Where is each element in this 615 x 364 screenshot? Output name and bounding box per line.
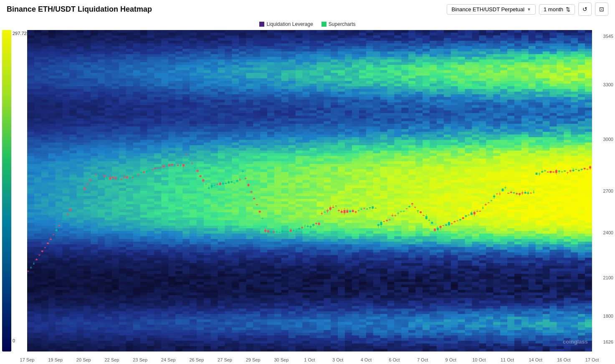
exchange-label: Binance ETH/USDT Perpetual bbox=[451, 6, 524, 13]
y-label-3300: 3300 bbox=[603, 82, 613, 87]
y-axis-right: 3545 3300 3000 2700 2400 2100 1800 1626 bbox=[592, 30, 615, 351]
x-label-6-Oct: 6 Oct bbox=[389, 357, 400, 362]
watermark: coinglass bbox=[563, 339, 588, 345]
x-label-22-Sep: 22 Sep bbox=[105, 357, 119, 362]
legend-bar: Liquidation Leverage Supercharts bbox=[0, 18, 615, 30]
x-label-17-Oct: 17 Oct bbox=[585, 357, 599, 362]
x-label-11-Oct: 11 Oct bbox=[501, 357, 514, 362]
x-label-26-Sep: 26 Sep bbox=[189, 357, 204, 362]
up-down-icon: ⇅ bbox=[566, 6, 570, 13]
x-label-19-Sep: 19 Sep bbox=[48, 357, 63, 362]
y-label-1626: 1626 bbox=[603, 339, 613, 344]
x-label-29-Sep: 29 Sep bbox=[246, 357, 261, 362]
x-label-4-Oct: 4 Oct bbox=[361, 357, 372, 362]
legend-supercharts-color bbox=[321, 22, 326, 27]
legend-supercharts-label: Supercharts bbox=[329, 21, 356, 27]
refresh-icon: ↺ bbox=[582, 6, 587, 13]
chart-area: 297.72M 0 coinglass 3545 3300 3000 2700 … bbox=[0, 30, 615, 351]
camera-button[interactable]: ⊡ bbox=[595, 3, 608, 16]
legend-liquidation-label: Liquidation Leverage bbox=[266, 21, 313, 27]
heatmap-canvas bbox=[27, 30, 592, 351]
x-axis: 17 Sep19 Sep20 Sep22 Sep23 Sep24 Sep26 S… bbox=[27, 351, 592, 364]
color-scale bbox=[2, 30, 11, 351]
x-label-9-Oct: 9 Oct bbox=[445, 357, 456, 362]
y-label-1800: 1800 bbox=[603, 314, 613, 319]
chevron-down-icon: ▼ bbox=[527, 7, 531, 12]
legend-supercharts: Supercharts bbox=[321, 21, 356, 27]
x-label-3-Oct: 3 Oct bbox=[332, 357, 343, 362]
x-label-14-Oct: 14 Oct bbox=[529, 357, 542, 362]
legend-liquidation-color bbox=[259, 22, 264, 27]
x-label-7-Oct: 7 Oct bbox=[417, 357, 428, 362]
y-label-2700: 2700 bbox=[603, 188, 613, 193]
y-label-3000: 3000 bbox=[603, 137, 613, 142]
camera-icon: ⊡ bbox=[599, 6, 604, 13]
heatmap-container: coinglass bbox=[27, 30, 592, 351]
x-label-24-Sep: 24 Sep bbox=[161, 357, 176, 362]
y-axis-left: 297.72M 0 bbox=[0, 30, 27, 351]
x-label-30-Sep: 30 Sep bbox=[274, 357, 289, 362]
y-label-2100: 2100 bbox=[603, 275, 613, 280]
x-label-17-Sep: 17 Sep bbox=[20, 357, 35, 362]
refresh-button[interactable]: ↺ bbox=[578, 3, 592, 16]
x-label-1-Oct: 1 Oct bbox=[304, 357, 315, 362]
header: Binance ETH/USDT Liquidation Heatmap Bin… bbox=[0, 0, 615, 18]
time-label: 1 month bbox=[544, 6, 563, 13]
x-label-20-Sep: 20 Sep bbox=[76, 357, 91, 362]
legend-liquidation: Liquidation Leverage bbox=[259, 21, 313, 27]
y-label-3545: 3545 bbox=[603, 34, 613, 39]
x-label-27-Sep: 27 Sep bbox=[218, 357, 232, 362]
scale-label-min: 0 bbox=[13, 338, 15, 343]
time-selector[interactable]: 1 month ⇅ bbox=[539, 4, 575, 15]
x-label-23-Sep: 23 Sep bbox=[133, 357, 147, 362]
y-label-2400: 2400 bbox=[603, 230, 613, 235]
exchange-selector[interactable]: Binance ETH/USDT Perpetual ▼ bbox=[447, 4, 536, 15]
page-title: Binance ETH/USDT Liquidation Heatmap bbox=[7, 5, 152, 14]
x-label-16-Oct: 16 Oct bbox=[557, 357, 570, 362]
controls: Binance ETH/USDT Perpetual ▼ 1 month ⇅ ↺… bbox=[447, 3, 608, 16]
x-label-10-Oct: 10 Oct bbox=[472, 357, 486, 362]
